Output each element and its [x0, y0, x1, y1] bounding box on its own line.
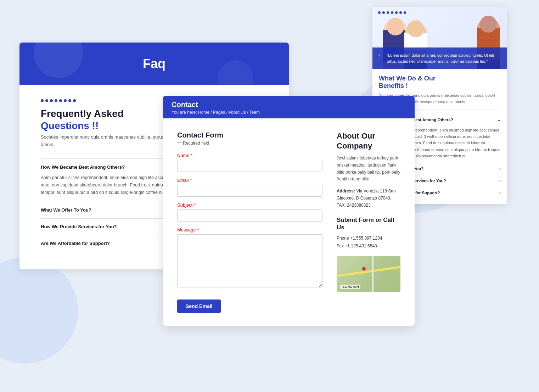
faq-card-header: Faq — [19, 43, 289, 85]
map-city-label: ISLINGTON — [340, 285, 360, 289]
whatwedo-dot — [382, 11, 385, 14]
whatwedo-dots — [378, 11, 406, 14]
contact-form-title: Contact Form — [177, 131, 322, 139]
whatwedo-quote-text: "Lorem ipsum dolor sit amet, consectetur… — [387, 53, 494, 63]
name-field-group: Name * — [177, 153, 322, 172]
name-label: Name * — [177, 153, 322, 158]
faq-dot — [68, 99, 71, 102]
whatwedo-dot — [391, 11, 393, 14]
subject-field-group: Subject * — [177, 202, 322, 222]
map-placeholder: ISLINGTON — [337, 256, 400, 292]
faq-dot — [41, 99, 44, 102]
sidebar-company-desc: Jowl salami leberkas turkey pork brisket… — [337, 155, 400, 183]
map-inner: ISLINGTON — [337, 256, 400, 292]
faq-dot — [59, 99, 62, 102]
subject-input[interactable] — [177, 209, 322, 222]
faq-item-1-question: How We Became Best Among Others? — [41, 164, 125, 170]
bg-circle-left — [0, 257, 78, 364]
contact-card-body: Contact Form * * Required field Name * E… — [163, 118, 415, 326]
chevron-down-icon: ⌄ — [497, 117, 501, 122]
message-field-group: Message * — [177, 227, 322, 289]
faq-dot — [50, 99, 53, 102]
whatwedo-dot — [378, 11, 381, 14]
whatwedo-dot — [404, 11, 406, 14]
breadcrumb-aboutus[interactable]: About Us — [228, 110, 246, 115]
faq-dot — [73, 99, 76, 102]
name-input[interactable] — [177, 160, 322, 172]
message-label: Message * — [177, 227, 322, 233]
whatwedo-dot — [395, 11, 398, 14]
phone-label: Phone — [337, 236, 350, 241]
fax-label: Fax — [337, 243, 345, 248]
breadcrumb-pages[interactable]: Pages — [213, 110, 225, 115]
map-road-horizontal — [337, 266, 400, 277]
subject-label: Subject * — [177, 202, 322, 208]
sidebar-address: Address: Via Venezia 118 San Giacomo, D … — [337, 188, 400, 209]
whatwedo-dot — [387, 11, 389, 14]
email-input[interactable] — [177, 185, 322, 197]
whatwedo-title: What We Do & Our Benefits ! — [379, 75, 501, 90]
chevron-right-icon: › — [499, 166, 501, 172]
faq-dot — [55, 99, 57, 102]
contact-sidebar: About Our Company Jowl salami leberkas t… — [337, 131, 400, 313]
faq-dot — [45, 99, 48, 102]
contact-required-note: * * Required field — [177, 141, 322, 146]
contact-breadcrumb: You are here: Home / Pages / About Us / … — [172, 110, 406, 115]
email-label: Email * — [177, 178, 322, 183]
email-field-group: Email * — [177, 178, 322, 197]
contact-card: Contact You are here: Home / Pages / Abo… — [163, 96, 415, 326]
faq-item-4-question: Are We Affordable for Support? — [41, 241, 110, 246]
chevron-right-icon: › — [499, 190, 501, 196]
quote-icon: “ — [377, 52, 380, 62]
message-textarea[interactable] — [177, 234, 322, 287]
whatwedo-quote-box: “ "Lorem ipsum dolor sit amet, consectet… — [372, 47, 507, 69]
send-email-button[interactable]: Send Email — [177, 299, 221, 313]
contact-card-title: Contact — [172, 101, 406, 109]
breadcrumb-team[interactable]: Team — [249, 110, 260, 115]
whatwedo-image-area: “ "Lorem ipsum dolor sit amet, consectet… — [372, 7, 507, 69]
sidebar-phone: Phone +1.555.897.1234 Fax +1.125.431.654… — [337, 235, 400, 250]
breadcrumb-home[interactable]: Home — [198, 110, 209, 115]
map-road-vertical — [372, 256, 374, 292]
chevron-right-icon: › — [499, 178, 501, 184]
contact-card-header: Contact You are here: Home / Pages / Abo… — [163, 96, 415, 118]
faq-dot — [64, 99, 67, 102]
faq-item-2-question: What We Offer To You? — [41, 207, 91, 213]
faq-item-3-question: How We Provide Services for You? — [41, 224, 117, 229]
whatwedo-dot — [399, 11, 402, 14]
sidebar-call-title: Submit Form or Call Us — [337, 216, 400, 231]
sidebar-company-title: About Our Company — [337, 131, 400, 151]
contact-form-area: Contact Form * * Required field Name * E… — [177, 131, 322, 313]
faq-card-header-title: Faq — [143, 56, 165, 71]
